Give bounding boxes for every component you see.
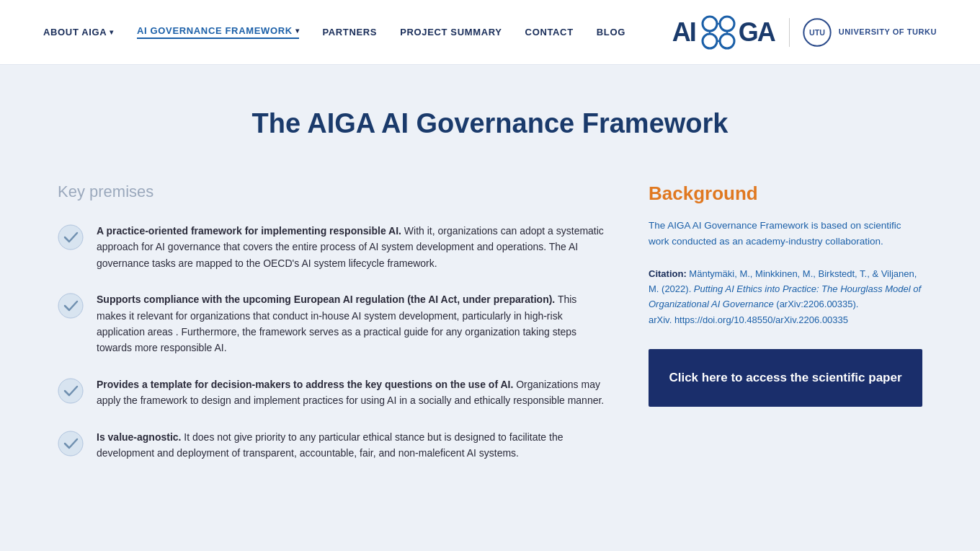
nav-item-contact[interactable]: CONTACT — [525, 27, 574, 38]
svg-point-11 — [58, 294, 83, 318]
premise-item-4: Is value-agnostic. It does not give prio… — [58, 429, 605, 462]
nav-item-ai-governance[interactable]: AI GOVERNANCE FRAMEWORK▾ — [137, 25, 299, 39]
chevron-down-icon: ▾ — [295, 27, 300, 35]
svg-point-1 — [720, 17, 734, 31]
content-grid: Key premises A practice-oriented framewo… — [58, 182, 922, 461]
premise-bold-2: Supports compliance with the upcoming Eu… — [97, 294, 555, 305]
uturku-logo-text: UNIVERSITY OF TURKU — [839, 27, 937, 37]
check-icon-2 — [58, 291, 84, 322]
background-title: Background — [649, 182, 922, 205]
aiga-logo-ai: AI — [672, 17, 695, 48]
svg-point-2 — [703, 34, 717, 48]
premise-bold-1: A practice-oriented framework for implem… — [97, 225, 401, 237]
premise-text-4: Is value-agnostic. It does not give prio… — [97, 429, 605, 462]
premise-item-3: Provides a template for decision-makers … — [58, 376, 605, 409]
logos-container: AI GA UTU UNIVERSITY OF TURKU — [672, 14, 937, 51]
svg-point-0 — [703, 17, 717, 31]
page-title: The AIGA AI Governance Framework — [58, 108, 922, 139]
premise-item-2: Supports compliance with the upcoming Eu… — [58, 291, 605, 356]
citation-block: Citation: Mäntymäki, M., Minkkinen, M., … — [649, 266, 922, 328]
svg-point-13 — [58, 431, 83, 456]
check-icon-1 — [58, 223, 84, 253]
citation-label: Citation: — [649, 268, 687, 279]
left-column: Key premises A practice-oriented framewo… — [58, 182, 605, 461]
aiga-logo: AI GA — [672, 14, 775, 51]
nav-item-project-summary[interactable]: PROJECT SUMMARY — [400, 27, 502, 38]
svg-point-3 — [720, 34, 734, 48]
svg-point-12 — [58, 379, 83, 403]
svg-text:UTU: UTU — [809, 28, 825, 37]
premise-item-1: A practice-oriented framework for implem… — [58, 223, 605, 271]
background-section: Background The AIGA AI Governance Framew… — [649, 182, 922, 461]
nav-item-partners[interactable]: PARTNERS — [322, 27, 377, 38]
uturku-logo: UTU UNIVERSITY OF TURKU — [789, 18, 937, 47]
svg-point-10 — [58, 225, 83, 250]
aiga-logo-circles — [700, 14, 737, 51]
premise-text-1: A practice-oriented framework for implem… — [97, 223, 605, 271]
site-header: ABOUT AIGA▾AI GOVERNANCE FRAMEWORK▾PARTN… — [0, 0, 980, 65]
main-content: The AIGA AI Governance Framework Key pre… — [0, 65, 980, 551]
premise-bold-4: Is value-agnostic. — [97, 431, 181, 443]
citation-doi: arXiv. https://doi.org/10.48550/arXiv.22… — [649, 314, 848, 325]
aiga-logo-ga: GA — [739, 17, 775, 48]
nav-item-about-aiga[interactable]: ABOUT AIGA▾ — [43, 27, 114, 38]
uturku-logo-icon: UTU — [803, 18, 832, 47]
check-icon-4 — [58, 429, 84, 459]
chevron-down-icon: ▾ — [110, 28, 114, 36]
premise-bold-3: Provides a template for decision-makers … — [97, 379, 513, 390]
check-icon-3 — [58, 376, 84, 407]
premise-list: A practice-oriented framework for implem… — [58, 223, 605, 461]
citation-arxiv: (arXiv:2206.00335). — [776, 299, 858, 309]
access-paper-button[interactable]: Click here to access the scientific pape… — [649, 349, 922, 407]
premise-text-3: Provides a template for decision-makers … — [97, 376, 605, 409]
key-premises-title: Key premises — [58, 182, 605, 201]
nav-item-blog[interactable]: BLOG — [597, 27, 625, 38]
background-intro: The AIGA AI Governance Framework is base… — [649, 218, 922, 250]
premise-text-2: Supports compliance with the upcoming Eu… — [97, 291, 605, 356]
main-nav: ABOUT AIGA▾AI GOVERNANCE FRAMEWORK▾PARTN… — [43, 25, 625, 39]
